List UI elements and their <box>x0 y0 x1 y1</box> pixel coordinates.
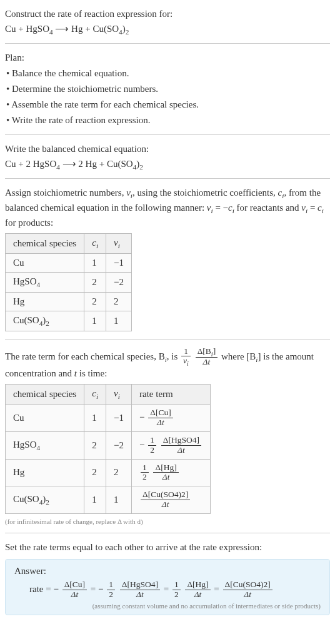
half-fraction: 12 <box>148 436 156 455</box>
species-cell: Hg <box>6 292 84 311</box>
denominator: Δt <box>223 590 272 600</box>
fraction: Δ[Hg]Δt <box>153 463 178 483</box>
text: , is <box>167 351 180 361</box>
table-row: Cu(SO4)2 1 1 Δ[Cu(SO4)2]Δt <box>6 486 211 514</box>
plan-item: • Assemble the rate term for each chemic… <box>6 98 330 111</box>
subscript: 4 <box>37 281 41 288</box>
balanced-heading: Write the balanced chemical equation: <box>5 143 330 156</box>
numerator: Δ[Cu(SO4)2] <box>141 490 190 500</box>
answer-box: Answer: rate = − Δ[Cu]Δt = − 12 Δ[HgSO4]… <box>5 559 330 615</box>
col-rate-term: rate term <box>131 385 210 405</box>
balanced-equation: Cu + 2 HgSO4 ⟶ 2 Hg + Cu(SO4)2 <box>5 158 330 171</box>
denominator: Δt <box>120 590 160 600</box>
species-cell: Cu(SO4)2 <box>6 486 84 514</box>
species: Cu(SO <box>13 494 39 504</box>
species: Hg <box>13 467 24 477</box>
nui-cell: −1 <box>106 405 132 432</box>
ci-cell: 2 <box>84 292 106 311</box>
text: is time: <box>77 368 107 378</box>
species: Cu(SO <box>13 315 39 325</box>
col-species: chemical species <box>6 385 84 405</box>
half-fraction: 12 <box>141 463 149 483</box>
numerator: Δ[Cu] <box>148 408 172 418</box>
text: where [B <box>221 351 256 361</box>
species-cell: HgSO4 <box>6 431 84 459</box>
half-fraction: 12 <box>172 580 181 600</box>
subscript: 4 <box>37 444 41 451</box>
denominator: Δt <box>161 446 201 455</box>
fraction: Δ[Cu]Δt <box>62 580 87 600</box>
table-row: Hg 2 2 <box>6 292 132 311</box>
divider <box>5 533 330 533</box>
stoich-table: chemical species ci νi Cu 1 −1 HgSO4 2 −… <box>5 233 132 331</box>
table-header-row: chemical species ci νi <box>6 233 132 253</box>
nu-i: ν <box>301 203 306 213</box>
divider <box>5 134 330 135</box>
denominator: Δt <box>62 590 87 600</box>
denominator: 2 <box>172 590 181 600</box>
c-i: c <box>228 203 232 213</box>
species-cell: HgSO4 <box>6 272 84 292</box>
ci-cell: 1 <box>84 253 106 272</box>
text: = <box>308 203 318 213</box>
rate-term-table: chemical species ci νi rate term Cu 1 −1… <box>5 384 211 514</box>
col-ci: ci <box>84 233 106 253</box>
sign: − <box>139 440 144 450</box>
ci-cell: 1 <box>84 486 106 514</box>
numerator: Δ[HgSO4] <box>120 580 160 590</box>
rate-term-cell: − 12 Δ[HgSO4]Δt <box>131 431 210 459</box>
subscript: 2 <box>139 163 143 171</box>
answer-note: (assuming constant volume and no accumul… <box>14 602 321 610</box>
species: HgSO <box>13 276 37 286</box>
unbalanced-equation: Cu + HgSO4 ⟶ Hg + Cu(SO4)2 <box>5 23 330 36</box>
numerator: Δ[Hg] <box>185 580 210 590</box>
divider <box>5 339 330 340</box>
eq-text: Hg + Cu(SO <box>71 24 119 34</box>
numerator: 1 <box>172 580 181 590</box>
fraction: Δ[HgSO4]Δt <box>120 580 160 600</box>
numerator: 1 <box>141 463 149 473</box>
denominator: 2 <box>148 446 156 455</box>
nui-cell: 2 <box>106 459 132 486</box>
col-species: chemical species <box>6 233 84 253</box>
text: = − <box>213 203 228 213</box>
eq-text: Cu + 2 HgSO <box>5 159 56 169</box>
text: Δ[B <box>198 346 211 356</box>
eq-text: 2 Hg + Cu(SO <box>78 159 132 169</box>
fraction: 1 νi <box>181 347 191 368</box>
table-header-row: chemical species ci νi rate term <box>6 385 211 405</box>
divider <box>5 178 330 179</box>
col-nui: νi <box>106 385 132 405</box>
nui-cell: −2 <box>106 272 132 292</box>
nui-cell: −1 <box>106 253 132 272</box>
numerator: Δ[Cu(SO4)2] <box>223 580 272 590</box>
eq: = <box>214 584 221 594</box>
text: , using the stoichiometric coefficients, <box>132 188 278 198</box>
fraction: Δ[Bi] Δt <box>196 347 218 368</box>
plan-item: • Determine the stoichiometric numbers. <box>6 83 330 96</box>
neg: − <box>98 584 103 594</box>
rate-eq: rate = <box>29 584 53 594</box>
fraction: Δ[HgSO4]Δt <box>161 436 201 455</box>
species: HgSO <box>13 440 37 450</box>
eq: = <box>164 584 171 594</box>
subscript: 2 <box>46 319 49 327</box>
neg: − <box>53 584 58 594</box>
denominator: Δt <box>185 590 210 600</box>
nui-cell: −2 <box>106 431 132 459</box>
nu: ν <box>114 388 118 398</box>
plan-item: • Balance the chemical equation. <box>6 67 330 80</box>
table-row: HgSO4 2 −2 − 12 Δ[HgSO4]Δt <box>6 431 211 459</box>
subscript: i <box>187 360 189 367</box>
rate-expression: rate = − Δ[Cu]Δt = − 12 Δ[HgSO4]Δt = 12 … <box>14 580 321 600</box>
species: Cu <box>13 413 24 423</box>
subscript: 2 <box>46 498 49 506</box>
denominator: νi <box>181 356 191 367</box>
ci-cell: 1 <box>84 311 106 331</box>
denominator: 2 <box>107 590 115 600</box>
rate-term-cell: 12 Δ[Hg]Δt <box>131 459 210 486</box>
prompt: Construct the rate of reaction expressio… <box>5 8 330 21</box>
species-cell: Cu(SO4)2 <box>6 311 84 331</box>
nui-cell: 1 <box>106 311 132 331</box>
rate-term-paragraph: The rate term for each chemical species,… <box>5 347 330 381</box>
